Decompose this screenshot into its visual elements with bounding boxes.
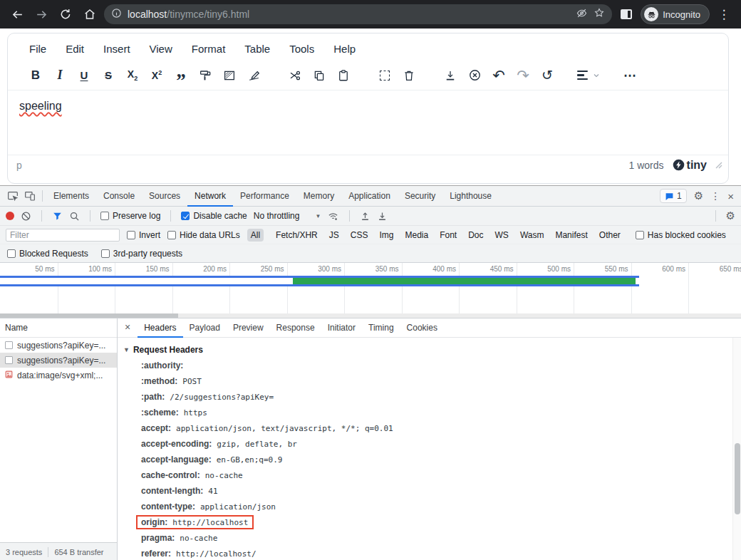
back-button[interactable] [7, 4, 27, 24]
address-bar[interactable]: localhost/tinymce/tiny6.html [104, 4, 612, 24]
export-icon[interactable] [438, 65, 462, 86]
align-icon[interactable] [576, 65, 601, 86]
blockquote-icon[interactable]: ” [169, 65, 193, 86]
filter-chip-ws[interactable]: WS [492, 229, 512, 242]
filter-chip-wasm[interactable]: Wasm [517, 229, 548, 242]
preserve-log-checkbox[interactable]: Preserve log [100, 211, 160, 221]
inspect-element-icon[interactable] [4, 186, 21, 206]
network-settings-icon[interactable]: ⚙ [726, 209, 735, 222]
tab-lighthouse[interactable]: Lighthouse [442, 186, 499, 207]
details-scrollbar[interactable] [732, 338, 741, 560]
copy-icon[interactable] [307, 65, 331, 86]
element-path[interactable]: p [16, 160, 22, 171]
bookmark-star-icon[interactable] [594, 7, 605, 21]
cut-icon[interactable] [283, 65, 307, 86]
timeline-scrollbar-thumb[interactable] [0, 313, 178, 318]
filter-icon[interactable] [52, 211, 63, 222]
underline-icon[interactable]: U [72, 65, 96, 86]
redo-icon[interactable]: ↷ [511, 65, 535, 86]
menu-table[interactable]: Table [244, 43, 270, 55]
tab-sources[interactable]: Sources [142, 186, 187, 207]
tab-performance[interactable]: Performance [233, 186, 296, 207]
close-details-icon[interactable]: × [122, 321, 136, 334]
disable-cache-checkbox[interactable]: Disable cache [181, 211, 247, 221]
tab-elements[interactable]: Elements [46, 186, 96, 207]
has-blocked-cookies-checkbox[interactable]: Has blocked cookies [636, 230, 726, 240]
details-scrollbar-thumb[interactable] [735, 443, 740, 514]
strikethrough-icon[interactable]: S [96, 65, 120, 86]
reload-button[interactable] [56, 4, 76, 24]
tab-console[interactable]: Console [96, 186, 142, 207]
filter-input[interactable] [6, 229, 120, 242]
filter-chip-css[interactable]: CSS [347, 229, 372, 242]
menu-insert[interactable]: Insert [103, 43, 130, 55]
details-tab-payload[interactable]: Payload [183, 318, 227, 338]
throttling-select[interactable]: No throttling ▼ [254, 211, 321, 221]
home-button[interactable] [80, 4, 100, 24]
filter-chip-other[interactable]: Other [596, 229, 624, 242]
request-headers-section[interactable]: ▼ Request Headers [123, 342, 741, 358]
tab-security[interactable]: Security [398, 186, 442, 207]
filter-chip-doc[interactable]: Doc [465, 229, 487, 242]
invert-checkbox[interactable]: Invert [127, 230, 160, 240]
side-panel-icon[interactable] [616, 4, 636, 24]
filter-chip-all[interactable]: All [247, 229, 264, 242]
devtools-close-icon[interactable]: × [727, 190, 734, 202]
undo-icon[interactable]: ↶ [487, 65, 511, 86]
details-tab-response[interactable]: Response [270, 318, 321, 338]
name-column-header[interactable]: Name [0, 318, 117, 338]
filter-chip-media[interactable]: Media [401, 229, 432, 242]
superscript-icon[interactable]: X2 [145, 65, 169, 86]
export-har-icon[interactable] [377, 211, 388, 222]
misspelled-word[interactable]: speeling [19, 100, 62, 112]
filter-chip-js[interactable]: JS [326, 229, 343, 242]
timeline-scrollbar[interactable] [0, 313, 741, 318]
request-row[interactable]: data:image/svg+xml;... [0, 368, 117, 383]
filter-chip-fetchxhr[interactable]: Fetch/XHR [272, 229, 321, 242]
network-conditions-icon[interactable] [327, 211, 339, 222]
-rd-party-requests-checkbox[interactable]: 3rd-party requests [101, 249, 182, 259]
clear-network-log-icon[interactable] [21, 211, 31, 222]
tiny-logo[interactable]: tiny [673, 159, 707, 172]
search-icon[interactable] [69, 211, 80, 222]
import-har-icon[interactable] [360, 211, 370, 222]
device-toolbar-icon[interactable] [21, 186, 38, 206]
forward-button[interactable] [31, 4, 51, 24]
site-info-icon[interactable] [111, 8, 122, 21]
tab-network[interactable]: Network [187, 186, 233, 207]
details-tab-initiator[interactable]: Initiator [321, 318, 362, 338]
editor-content-area[interactable]: speeling [8, 90, 728, 155]
cookies-blocked-icon[interactable] [576, 7, 588, 22]
blocked-requests-checkbox[interactable]: Blocked Requests [7, 249, 88, 259]
devtools-settings-icon[interactable]: ⚙ [694, 190, 703, 202]
word-count[interactable]: 1 words [629, 160, 664, 171]
record-network-log-icon[interactable] [6, 212, 14, 220]
devtools-menu-icon[interactable]: ⋮ [710, 190, 720, 202]
menu-format[interactable]: Format [192, 43, 226, 55]
request-row[interactable]: suggestions?apiKey=... [0, 353, 117, 368]
menu-tools[interactable]: Tools [289, 43, 314, 55]
delete-icon[interactable] [397, 65, 421, 86]
tab-memory[interactable]: Memory [296, 186, 341, 207]
page-embed-icon[interactable] [217, 65, 242, 86]
paste-icon[interactable] [331, 65, 356, 86]
issues-badge[interactable]: 1 [660, 189, 687, 203]
hide-data-urls-checkbox[interactable]: Hide data URLs [167, 230, 240, 240]
browser-menu-icon[interactable]: ⋮ [714, 4, 734, 24]
request-row[interactable]: suggestions?apiKey=... [0, 338, 117, 353]
details-tab-headers[interactable]: Headers [138, 318, 182, 338]
details-tab-cookies[interactable]: Cookies [400, 318, 444, 338]
filter-chip-img[interactable]: Img [375, 229, 397, 242]
bold-icon[interactable]: B [24, 65, 48, 86]
more-options-icon[interactable]: ⋯ [618, 65, 642, 86]
cancel-icon[interactable] [462, 65, 487, 86]
resize-handle[interactable] [715, 160, 722, 171]
details-tab-timing[interactable]: Timing [362, 318, 400, 338]
network-overview-timeline[interactable]: 50 ms100 ms150 ms200 ms250 ms300 ms350 m… [0, 263, 741, 318]
restore-draft-icon[interactable]: ↺ [535, 65, 559, 86]
subscript-icon[interactable]: X2 [120, 65, 145, 86]
details-tab-preview[interactable]: Preview [227, 318, 270, 338]
menu-view[interactable]: View [150, 43, 172, 55]
format-painter-icon[interactable] [193, 65, 217, 86]
filter-chip-font[interactable]: Font [436, 229, 460, 242]
